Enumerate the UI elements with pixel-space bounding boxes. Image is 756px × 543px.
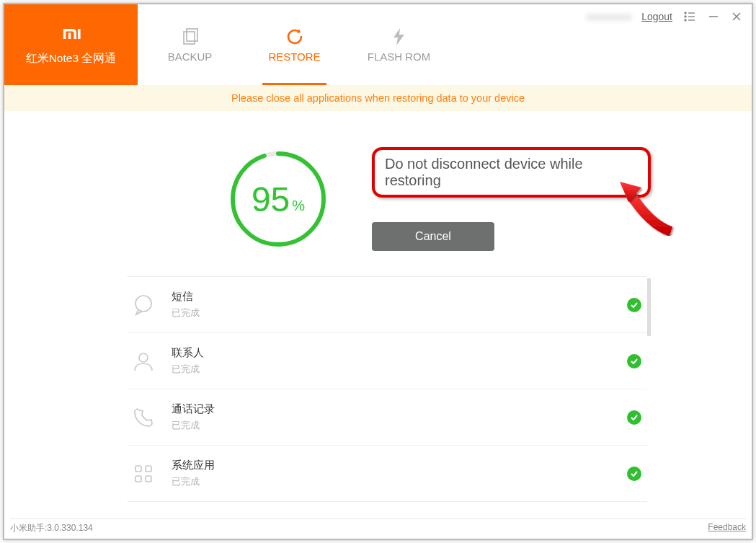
list-item: 联系人已完成 [127,333,647,389]
warning-text: Do not disconnect device while restoring [385,156,583,188]
list-item: 系统应用已完成 [127,446,647,502]
svg-rect-17 [135,476,141,482]
chat-icon [131,293,156,317]
svg-point-14 [139,353,148,362]
tab-backup[interactable]: BACKUP [138,4,242,85]
feedback-link[interactable]: Feedback [708,522,746,534]
scrollbar[interactable] [647,278,651,336]
svg-rect-9 [184,32,195,44]
list-item: 通话记录已完成 [127,389,647,446]
warning-callout: Do not disconnect device while restoring [372,147,651,198]
svg-point-4 [685,19,686,21]
tab-flash[interactable]: FLASH ROM [347,4,451,85]
check-icon [627,354,641,368]
svg-rect-18 [146,476,151,482]
mi-logo-icon [61,24,81,44]
tab-restore-label: RESTORE [268,50,320,63]
svg-point-2 [685,16,686,17]
username-blurred: xxxxxxxxx [586,11,631,22]
item-status: 已完成 [172,363,627,376]
progress-circle: 95 % [228,149,329,250]
progress-suffix: % [292,198,305,214]
close-icon[interactable] [730,10,743,23]
window-controls: xxxxxxxxx Logout [586,10,743,23]
check-icon [627,298,641,312]
check-icon [627,410,641,425]
restore-item-list: 短信已完成 联系人已完成 通话记录已完成 系统应用已完成 [127,276,647,502]
restore-icon [285,27,304,46]
progress-area: 95 % Do not disconnect device while rest… [4,147,752,251]
footer: 小米助手:3.0.330.134 Feedback [10,518,746,534]
app-window: xxxxxxxxx Logout 红米Note3 全网通 BACKUP [3,3,753,540]
apps-icon [131,462,156,486]
item-status: 已完成 [172,306,627,319]
tab-restore[interactable]: RESTORE [242,4,347,85]
minimize-icon[interactable] [707,10,720,23]
logo-box: 红米Note3 全网通 [4,4,138,85]
svg-point-0 [685,12,686,14]
version-label: 小米助手:3.0.330.134 [10,522,93,534]
svg-point-13 [135,296,151,312]
svg-rect-10 [187,29,197,41]
cancel-button[interactable]: Cancel [372,222,494,251]
check-icon [627,467,641,481]
logout-link[interactable]: Logout [641,11,672,22]
tab-backup-label: BACKUP [168,50,213,63]
item-status: 已完成 [172,419,627,432]
tabs: BACKUP RESTORE FLASH ROM [138,4,451,85]
item-name: 通话记录 [172,402,627,416]
list-item: 短信已完成 [127,276,647,333]
phone-icon [131,405,156,430]
device-name: 红米Note3 全网通 [26,51,117,66]
warning-banner: Please close all applications when resto… [4,85,752,111]
item-name: 系统应用 [172,459,627,472]
svg-rect-16 [146,466,151,472]
progress-value: 95 [252,180,290,219]
contact-icon [131,349,156,374]
item-status: 已完成 [172,475,627,488]
tab-flash-label: FLASH ROM [368,50,431,63]
svg-rect-15 [135,466,141,472]
menu-list-icon[interactable] [682,10,697,23]
item-name: 短信 [172,290,627,304]
flash-icon [392,27,406,46]
backup-icon [181,27,200,46]
item-name: 联系人 [172,346,627,360]
